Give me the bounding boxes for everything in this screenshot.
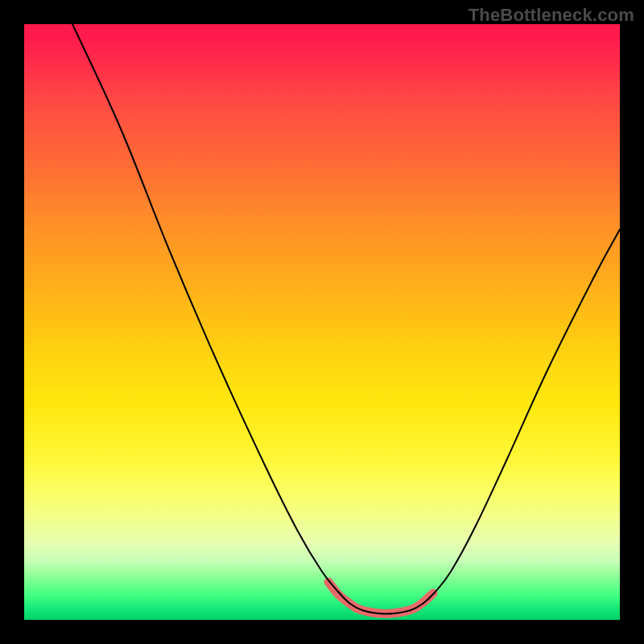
bottleneck-curve-path bbox=[72, 24, 620, 614]
plot-area bbox=[24, 24, 620, 620]
curve-layer bbox=[24, 24, 620, 620]
watermark-text: TheBottleneck.com bbox=[469, 5, 634, 26]
chart-frame: TheBottleneck.com bbox=[0, 0, 644, 644]
